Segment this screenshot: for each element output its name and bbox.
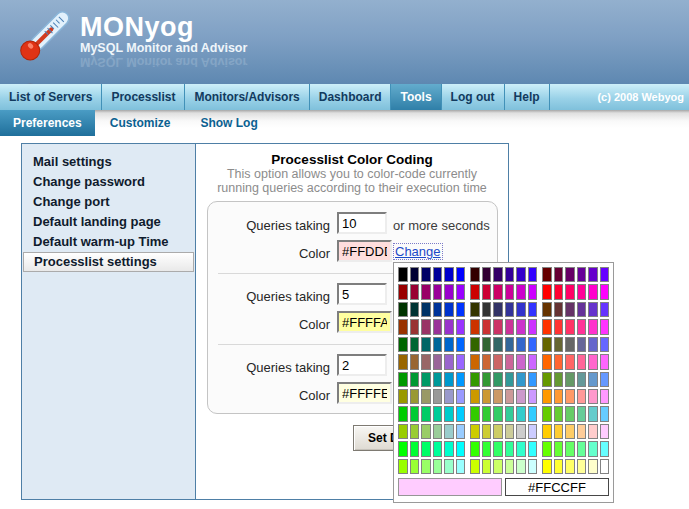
color-swatch[interactable] — [444, 424, 454, 439]
color-swatch[interactable] — [565, 284, 575, 299]
color-swatch[interactable] — [493, 319, 503, 334]
color-swatch[interactable] — [565, 302, 575, 317]
color-swatch[interactable] — [577, 337, 587, 352]
color-swatch[interactable] — [444, 406, 454, 421]
color-swatch[interactable] — [554, 389, 564, 404]
color-swatch[interactable] — [577, 302, 587, 317]
color-swatch[interactable] — [421, 354, 431, 369]
color-swatch[interactable] — [528, 406, 538, 421]
color-swatch[interactable] — [433, 319, 443, 334]
color-swatch[interactable] — [398, 354, 408, 369]
color-swatch[interactable] — [482, 406, 492, 421]
color-swatch[interactable] — [410, 372, 420, 387]
color-swatch[interactable] — [600, 372, 610, 387]
color-swatch[interactable] — [588, 337, 598, 352]
color-swatch[interactable] — [505, 372, 515, 387]
color-swatch[interactable] — [410, 337, 420, 352]
color-swatch[interactable] — [470, 302, 480, 317]
color-swatch[interactable] — [505, 284, 515, 299]
color-swatch[interactable] — [588, 424, 598, 439]
color-swatch[interactable] — [588, 406, 598, 421]
color-swatch[interactable] — [588, 459, 598, 474]
color-swatch[interactable] — [554, 284, 564, 299]
color-swatch[interactable] — [577, 406, 587, 421]
color-swatch[interactable] — [433, 406, 443, 421]
color-swatch[interactable] — [433, 354, 443, 369]
color-swatch[interactable] — [421, 302, 431, 317]
color-swatch[interactable] — [542, 302, 552, 317]
color-swatch[interactable] — [554, 267, 564, 282]
color-swatch[interactable] — [516, 284, 526, 299]
color-swatch[interactable] — [470, 389, 480, 404]
color-swatch[interactable] — [493, 441, 503, 456]
color-swatch[interactable] — [528, 302, 538, 317]
color-swatch[interactable] — [542, 354, 552, 369]
color-swatch[interactable] — [456, 267, 466, 282]
sidebar-item-change-port[interactable]: Change port — [22, 192, 195, 212]
color-swatch[interactable] — [505, 267, 515, 282]
queries-threshold-input-1[interactable] — [337, 212, 387, 234]
color-swatch[interactable] — [493, 354, 503, 369]
color-swatch[interactable] — [516, 354, 526, 369]
color-swatch[interactable] — [456, 406, 466, 421]
color-swatch[interactable] — [600, 389, 610, 404]
color-swatch[interactable] — [600, 302, 610, 317]
color-swatch[interactable] — [482, 441, 492, 456]
color-swatch[interactable] — [554, 354, 564, 369]
color-swatch[interactable] — [588, 389, 598, 404]
color-swatch[interactable] — [588, 319, 598, 334]
color-swatch[interactable] — [433, 337, 443, 352]
color-swatch[interactable] — [410, 319, 420, 334]
color-swatch[interactable] — [421, 459, 431, 474]
color-swatch[interactable] — [456, 354, 466, 369]
color-swatch[interactable] — [482, 424, 492, 439]
color-swatch[interactable] — [577, 459, 587, 474]
color-swatch[interactable] — [456, 302, 466, 317]
color-swatch[interactable] — [516, 389, 526, 404]
color-swatch[interactable] — [516, 372, 526, 387]
color-value-input-2[interactable] — [337, 311, 392, 333]
color-swatch[interactable] — [456, 319, 466, 334]
queries-threshold-input-3[interactable] — [337, 354, 387, 376]
color-swatch[interactable] — [398, 372, 408, 387]
color-swatch[interactable] — [528, 354, 538, 369]
color-swatch[interactable] — [493, 372, 503, 387]
color-swatch[interactable] — [505, 319, 515, 334]
color-swatch[interactable] — [444, 284, 454, 299]
color-swatch[interactable] — [433, 441, 443, 456]
color-swatch[interactable] — [444, 319, 454, 334]
color-swatch[interactable] — [398, 284, 408, 299]
nav-tab-help[interactable]: Help — [505, 84, 550, 110]
color-swatch[interactable] — [600, 284, 610, 299]
color-swatch[interactable] — [588, 372, 598, 387]
sidebar-item-mail-settings[interactable]: Mail settings — [22, 152, 195, 172]
subnav-tab-customize[interactable]: Customize — [95, 110, 186, 136]
color-swatch[interactable] — [505, 389, 515, 404]
color-swatch[interactable] — [421, 424, 431, 439]
color-swatch[interactable] — [482, 372, 492, 387]
color-swatch[interactable] — [542, 424, 552, 439]
color-swatch[interactable] — [577, 424, 587, 439]
color-swatch[interactable] — [565, 267, 575, 282]
color-swatch[interactable] — [588, 354, 598, 369]
color-swatch[interactable] — [398, 337, 408, 352]
nav-tab-list-of-servers[interactable]: List of Servers — [0, 84, 102, 110]
color-swatch[interactable] — [542, 319, 552, 334]
sidebar-item-default-warm-up-time[interactable]: Default warm-up Time — [22, 232, 195, 252]
color-swatch[interactable] — [516, 406, 526, 421]
color-swatch[interactable] — [600, 459, 610, 474]
color-swatch[interactable] — [516, 459, 526, 474]
color-swatch[interactable] — [398, 424, 408, 439]
color-swatch[interactable] — [554, 302, 564, 317]
color-swatch[interactable] — [444, 389, 454, 404]
color-swatch[interactable] — [528, 319, 538, 334]
color-swatch[interactable] — [470, 441, 480, 456]
color-swatch[interactable] — [600, 354, 610, 369]
color-swatch[interactable] — [482, 354, 492, 369]
color-swatch[interactable] — [482, 302, 492, 317]
nav-tab-log-out[interactable]: Log out — [442, 84, 505, 110]
color-swatch[interactable] — [600, 319, 610, 334]
color-swatch[interactable] — [444, 372, 454, 387]
color-swatch[interactable] — [398, 319, 408, 334]
color-swatch[interactable] — [565, 424, 575, 439]
